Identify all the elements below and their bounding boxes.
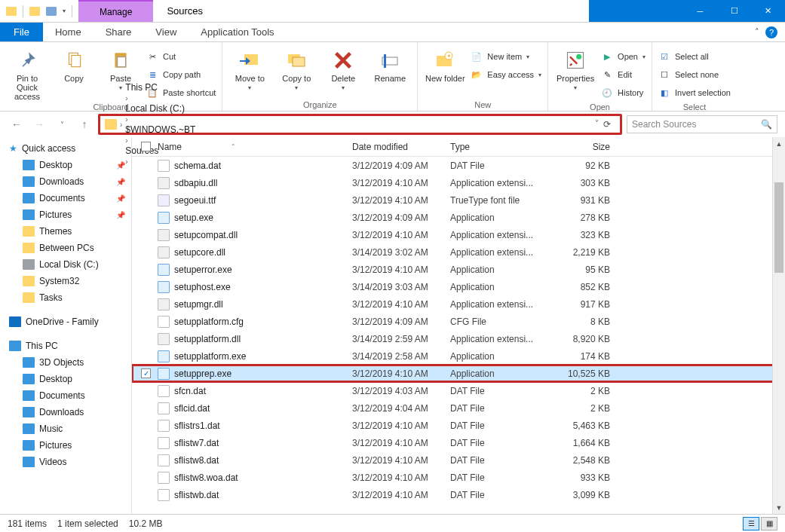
invert-selection-button[interactable]: ◧Invert selection xyxy=(658,84,731,101)
forward-button[interactable]: → xyxy=(30,115,48,133)
tree-item[interactable]: Themes xyxy=(0,223,131,240)
scrollbar[interactable]: ▲ ▼ xyxy=(772,137,785,514)
file-row[interactable]: sflistw8.woa.dat3/12/2019 4:10 AMDAT Fil… xyxy=(132,469,785,486)
file-row[interactable]: setupmgr.dll3/12/2019 4:10 AMApplication… xyxy=(132,295,785,313)
edit-button[interactable]: ✎Edit xyxy=(601,66,645,83)
tree-item[interactable]: Downloads📌 xyxy=(0,173,131,190)
new-folder-button[interactable]: ✦ New folder xyxy=(424,45,466,83)
file-type: DAT File xyxy=(450,403,550,414)
easy-access-button[interactable]: 📂Easy access ▾ xyxy=(471,66,541,83)
minimize-button[interactable]: ─ xyxy=(683,6,717,16)
column-type[interactable]: Type xyxy=(450,142,550,152)
tree-item-label: Music xyxy=(39,423,63,434)
chevron-right-icon[interactable]: › xyxy=(125,94,127,102)
tree-item[interactable]: Desktop xyxy=(0,371,131,387)
search-input[interactable]: Search Sources 🔍 xyxy=(627,115,777,133)
tree-item[interactable]: Pictures xyxy=(0,437,131,454)
tab-file[interactable]: File xyxy=(0,23,43,41)
row-checkbox[interactable]: ✓ xyxy=(141,368,151,378)
tree-item[interactable]: Documents xyxy=(0,387,131,404)
navigation-row: ← → ˅ ↑ › This PC›Local Disk (C:)›$WINDO… xyxy=(0,112,785,137)
scroll-thumb[interactable] xyxy=(774,182,783,273)
file-row[interactable]: sflistwb.dat3/12/2019 4:10 AMDAT File3,0… xyxy=(132,486,785,503)
file-row[interactable]: sdbapiu.dll3/12/2019 4:10 AMApplication … xyxy=(132,174,785,191)
tree-item[interactable]: Tasks xyxy=(0,289,131,306)
cut-button[interactable]: ✂Cut xyxy=(146,48,216,65)
refresh-icon[interactable]: ⟳ xyxy=(603,119,611,130)
file-row[interactable]: sfcn.dat3/12/2019 4:03 AMDAT File2 KB xyxy=(132,382,785,399)
chevron-right-icon[interactable]: › xyxy=(120,121,122,129)
column-date[interactable]: Date modified xyxy=(352,142,450,152)
copy-path-button[interactable]: ≣Copy path xyxy=(146,66,216,83)
open-button[interactable]: ▶Open ▾ xyxy=(601,48,645,65)
breadcrumb-segment[interactable]: This PC xyxy=(125,82,195,93)
file-row[interactable]: setup.exe3/12/2019 4:09 AMApplication278… xyxy=(132,209,785,226)
thumbnails-view-button[interactable]: ▦ xyxy=(761,517,777,530)
scroll-down-icon[interactable]: ▼ xyxy=(773,501,785,514)
maximize-button[interactable]: ☐ xyxy=(717,6,751,16)
tree-item[interactable]: Pictures📌 xyxy=(0,206,131,223)
tree-this-pc[interactable]: This PC xyxy=(0,338,131,354)
breadcrumb-segment[interactable]: Local Disk (C:) xyxy=(125,103,195,114)
tab-share[interactable]: Share xyxy=(94,23,144,41)
select-none-button[interactable]: ☐Select none xyxy=(658,66,731,83)
file-type: Application extensi... xyxy=(450,299,550,310)
file-row[interactable]: setuphost.exe3/14/2019 3:03 AMApplicatio… xyxy=(132,278,785,295)
rename-button[interactable]: Rename xyxy=(369,45,411,83)
tree-item[interactable]: Local Disk (C:) xyxy=(0,256,131,273)
qat-item[interactable] xyxy=(46,7,57,16)
file-row[interactable]: setupplatform.cfg3/12/2019 4:09 AMCFG Fi… xyxy=(132,313,785,330)
tree-onedrive[interactable]: OneDrive - Family xyxy=(0,313,131,330)
qat-item[interactable] xyxy=(29,7,40,16)
file-row[interactable]: sflistrs1.dat3/12/2019 4:10 AMDAT File5,… xyxy=(132,417,785,434)
tree-item[interactable]: Downloads xyxy=(0,404,131,420)
details-view-button[interactable]: ☰ xyxy=(743,517,759,530)
close-button[interactable]: ✕ xyxy=(751,6,785,16)
tree-quick-access[interactable]: ★Quick access xyxy=(0,140,131,157)
up-button[interactable]: ↑ xyxy=(75,115,94,133)
address-dropdown-icon[interactable]: ˅ xyxy=(595,119,599,130)
tree-item[interactable]: Music xyxy=(0,420,131,437)
select-all-checkbox[interactable] xyxy=(141,142,151,151)
tree-item[interactable]: Videos xyxy=(0,454,131,470)
chevron-right-icon[interactable]: › xyxy=(125,115,127,124)
file-row[interactable]: setupplatform.exe3/14/2019 2:58 AMApplic… xyxy=(132,347,785,365)
select-all-button[interactable]: ☑Select all xyxy=(658,48,731,65)
tree-item[interactable]: Documents📌 xyxy=(0,190,131,206)
contextual-tab-manage[interactable]: Manage xyxy=(78,0,153,22)
file-row[interactable]: setuperror.exe3/12/2019 4:10 AMApplicati… xyxy=(132,261,785,278)
recent-dropdown[interactable]: ˅ xyxy=(53,115,71,133)
pin-to-quick-access-button[interactable]: Pin to Quick access xyxy=(6,45,48,101)
file-row[interactable]: ✓setupprep.exe3/12/2019 4:10 AMApplicati… xyxy=(132,365,785,382)
file-row[interactable]: segoeui.ttf3/12/2019 4:10 AMTrueType fon… xyxy=(132,191,785,209)
tree-item[interactable]: Between PCs xyxy=(0,240,131,256)
tree-item[interactable]: System32 xyxy=(0,273,131,289)
back-button[interactable]: ← xyxy=(8,115,26,133)
tab-home[interactable]: Home xyxy=(43,23,94,41)
qat-dropdown-icon[interactable]: ▾ xyxy=(63,8,66,14)
tab-view[interactable]: View xyxy=(143,23,189,41)
column-headers[interactable]: Name˄ Date modified Type Size xyxy=(132,137,785,157)
tree-item[interactable]: 3D Objects xyxy=(0,354,131,371)
breadcrumb-segment[interactable]: $WINDOWS.~BT xyxy=(125,124,195,135)
file-type: DAT File xyxy=(450,438,550,448)
file-icon xyxy=(158,472,170,484)
tab-application-tools[interactable]: Application Tools xyxy=(189,23,286,41)
new-item-button[interactable]: 📄New item ▾ xyxy=(471,48,541,65)
file-row[interactable]: schema.dat3/12/2019 4:09 AMDAT File92 KB xyxy=(132,157,785,174)
help-icon[interactable]: ? xyxy=(765,26,777,38)
file-row[interactable]: setupcompat.dll3/12/2019 4:10 AMApplicat… xyxy=(132,226,785,243)
navigation-pane[interactable]: ★Quick access Desktop📌Downloads📌Document… xyxy=(0,137,132,514)
file-row[interactable]: sflistw8.dat3/12/2019 4:10 AMDAT File2,5… xyxy=(132,451,785,469)
column-name[interactable]: Name˄ xyxy=(158,142,352,152)
column-size[interactable]: Size xyxy=(550,142,610,152)
copy-button[interactable]: Copy xyxy=(53,45,95,83)
scroll-up-icon[interactable]: ▲ xyxy=(773,137,785,150)
file-row[interactable]: setupplatform.dll3/14/2019 2:59 AMApplic… xyxy=(132,330,785,347)
ribbon-collapse-icon[interactable]: ˄ xyxy=(755,27,759,37)
tree-item[interactable]: Desktop📌 xyxy=(0,157,131,173)
file-row[interactable]: sflistw7.dat3/12/2019 4:10 AMDAT File1,6… xyxy=(132,434,785,451)
file-row[interactable]: setupcore.dll3/14/2019 3:02 AMApplicatio… xyxy=(132,243,785,261)
file-row[interactable]: sflcid.dat3/12/2019 4:04 AMDAT File2 KB xyxy=(132,399,785,417)
sort-indicator-icon: ˄ xyxy=(232,143,235,151)
